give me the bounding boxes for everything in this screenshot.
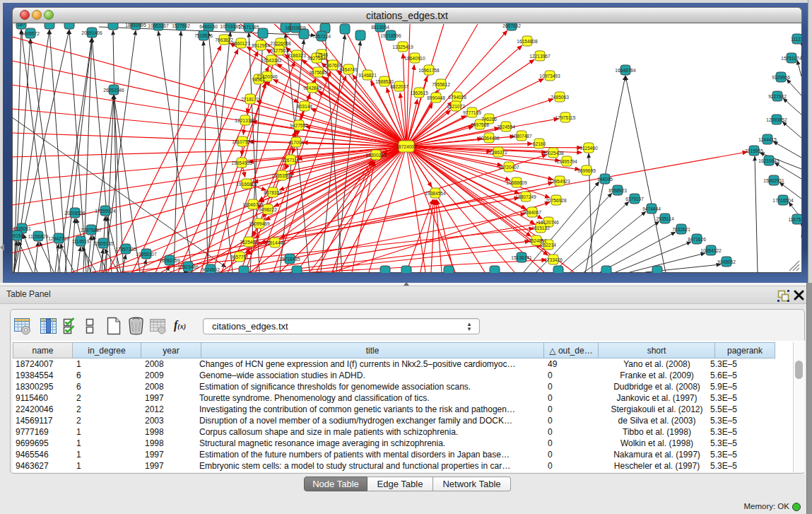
svg-text:18724007: 18724007	[396, 144, 417, 149]
svg-text:1244415: 1244415	[758, 137, 777, 142]
svg-text:26053346: 26053346	[103, 88, 124, 93]
svg-text:10025438: 10025438	[543, 151, 564, 156]
svg-text:18640910: 18640910	[404, 56, 425, 61]
svg-text:20206536: 20206536	[64, 211, 86, 216]
svg-text:20364436: 20364436	[478, 136, 500, 141]
svg-text:9115460: 9115460	[579, 146, 598, 151]
svg-text:144095: 144095	[597, 177, 613, 182]
svg-text:746266: 746266	[481, 117, 497, 122]
svg-text:10973493: 10973493	[539, 74, 560, 78]
svg-text:18931995: 18931995	[125, 23, 146, 28]
svg-text:16648784: 16648784	[615, 68, 636, 73]
svg-text:6794028: 6794028	[448, 95, 466, 100]
svg-text:16033809: 16033809	[285, 25, 306, 30]
svg-text:9242845: 9242845	[303, 86, 322, 90]
svg-text:1733426: 1733426	[544, 257, 563, 262]
svg-text:18107553: 18107553	[232, 139, 253, 144]
svg-text:39154: 39154	[12, 233, 23, 238]
svg-text:8822037: 8822037	[390, 84, 408, 89]
svg-text:10653267: 10653267	[148, 23, 169, 28]
svg-text:3267110: 3267110	[281, 158, 300, 163]
svg-text:19099469: 19099469	[249, 221, 270, 226]
svg-text:7485063: 7485063	[551, 95, 569, 100]
svg-text:1167534: 1167534	[788, 217, 802, 222]
svg-text:9699695: 9699695	[577, 168, 596, 173]
svg-text:8958923: 8958923	[608, 188, 627, 193]
svg-text:9498222: 9498222	[259, 207, 277, 212]
svg-text:8990448: 8990448	[427, 95, 445, 100]
svg-text:9146821: 9146821	[358, 73, 377, 78]
svg-text:8660123: 8660123	[232, 41, 250, 46]
svg-text:18807249: 18807249	[515, 194, 536, 199]
svg-text:9327504: 9327504	[307, 56, 326, 61]
svg-text:19353594: 19353594	[271, 173, 293, 178]
svg-text:12213382: 12213382	[235, 118, 256, 123]
svg-text:8186323: 8186323	[288, 53, 306, 58]
svg-text:12093852: 12093852	[766, 117, 787, 122]
svg-text:1405572: 1405572	[21, 31, 40, 36]
svg-text:7515526: 7515526	[194, 33, 213, 38]
svg-text:12923486: 12923486	[177, 264, 199, 269]
svg-text:9084067: 9084067	[523, 210, 541, 215]
svg-text:13495794: 13495794	[556, 159, 577, 164]
svg-text:19654955: 19654955	[231, 160, 252, 165]
svg-text:3824554: 3824554	[497, 124, 515, 129]
svg-text:16782759: 16782759	[159, 258, 180, 263]
svg-text:10688609: 10688609	[506, 180, 527, 185]
svg-text:10807487: 10807487	[511, 134, 532, 139]
svg-text:12213967: 12213967	[529, 54, 551, 59]
svg-text:18046798: 18046798	[242, 202, 264, 207]
svg-text:17957235: 17957235	[115, 247, 136, 252]
svg-text:10654122: 10654122	[700, 248, 722, 253]
svg-text:18300295: 18300295	[365, 153, 387, 158]
svg-text:9327503: 9327503	[270, 48, 288, 53]
svg-text:3215955: 3215955	[745, 148, 763, 153]
svg-text:8471626: 8471626	[688, 237, 706, 242]
svg-text:13954923: 13954923	[549, 179, 570, 184]
svg-text:9427552: 9427552	[290, 123, 308, 128]
svg-text:10958107: 10958107	[136, 252, 157, 257]
svg-text:7625402: 7625402	[240, 240, 258, 245]
svg-text:1527602: 1527602	[172, 23, 190, 28]
svg-text:2687652: 2687652	[502, 23, 521, 28]
svg-text:417004: 417004	[288, 140, 304, 145]
svg-text:11156829: 11156829	[28, 234, 49, 239]
svg-text:15136141: 15136141	[511, 255, 532, 260]
svg-text:803144: 803144	[297, 104, 312, 109]
svg-text:1588520: 1588520	[375, 79, 394, 84]
svg-text:9227342: 9227342	[768, 94, 787, 99]
svg-text:13325419: 13325419	[392, 45, 413, 49]
svg-text:16210643: 16210643	[758, 158, 779, 163]
svg-text:16154808: 16154808	[517, 39, 538, 44]
svg-text:16120746: 16120746	[538, 220, 559, 225]
svg-text:17975115: 17975115	[555, 115, 576, 120]
svg-text:8678334: 8678334	[264, 190, 282, 195]
svg-text:19218596: 19218596	[380, 33, 401, 38]
svg-text:8454749: 8454749	[339, 67, 358, 72]
svg-text:6379197: 6379197	[625, 197, 644, 201]
svg-text:9245052: 9245052	[717, 259, 736, 264]
svg-text:23226058: 23226058	[270, 41, 291, 46]
svg-text:7955812: 7955812	[432, 82, 450, 87]
svg-text:2935114: 2935114	[656, 216, 674, 221]
svg-text:15692931: 15692931	[763, 178, 784, 183]
svg-text:20691406: 20691406	[81, 30, 102, 35]
svg-text:1615132: 1615132	[531, 226, 550, 230]
svg-text:15751074: 15751074	[781, 56, 802, 61]
svg-text:17016504: 17016504	[772, 198, 794, 203]
svg-text:7632621: 7632621	[672, 227, 690, 232]
svg-text:9777169: 9777169	[463, 110, 481, 115]
svg-text:18?: 18?	[17, 23, 25, 27]
svg-text:23975867: 23975867	[81, 228, 102, 233]
svg-text:252214: 252214	[541, 243, 556, 247]
svg-text:10543382: 10543382	[261, 58, 282, 63]
svg-text:12942737: 12942737	[48, 236, 69, 241]
svg-text:7663822: 7663822	[215, 37, 233, 42]
svg-text:19166825: 19166825	[236, 182, 257, 187]
svg-text:2718170: 2718170	[241, 97, 259, 102]
svg-text:1114519: 1114519	[72, 239, 90, 244]
svg-text:19384554: 19384554	[425, 191, 446, 196]
svg-text:7857224: 7857224	[312, 34, 331, 39]
svg-text:1621072: 1621072	[447, 104, 465, 109]
svg-text:11123: 11123	[791, 37, 802, 42]
